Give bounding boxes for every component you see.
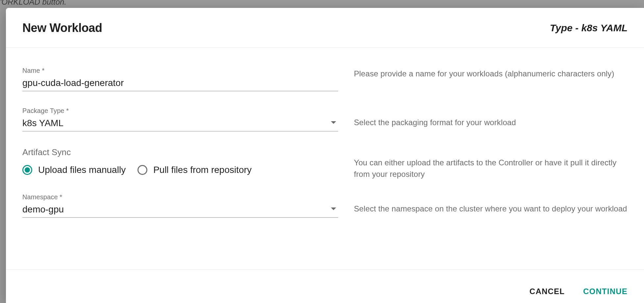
radio-label-upload: Upload files manually xyxy=(38,165,126,175)
radio-upload-manually[interactable]: Upload files manually xyxy=(22,165,126,175)
package-type-helper-text: Select the packaging format for your wor… xyxy=(354,117,628,128)
modal-header: New Workload Type - k8s YAML xyxy=(6,8,644,48)
name-input[interactable] xyxy=(22,76,338,91)
modal-footer: CANCEL CONTINUE xyxy=(6,269,644,303)
namespace-select[interactable]: demo-gpu xyxy=(22,203,338,218)
namespace-helper-text: Select the namespace on the cluster wher… xyxy=(354,203,628,215)
new-workload-modal: New Workload Type - k8s YAML Name * Plea… xyxy=(6,8,644,303)
package-type-select[interactable]: k8s YAML xyxy=(22,117,338,131)
artifact-sync-section-label: Artifact Sync xyxy=(22,147,338,157)
radio-pull-from-repo[interactable]: Pull files from repository xyxy=(137,165,252,175)
field-row-namespace: Namespace * demo-gpu Select the namespac… xyxy=(22,193,628,218)
cancel-button[interactable]: CANCEL xyxy=(528,284,567,299)
modal-body: Name * Please provide a name for your wo… xyxy=(6,48,644,269)
artifact-sync-radio-group: Upload files manually Pull files from re… xyxy=(22,165,338,175)
backdrop-partial-text: 'ORKLOAD button. xyxy=(0,0,66,7)
name-label: Name * xyxy=(22,67,338,74)
modal-type-label: Type - k8s YAML xyxy=(550,22,628,34)
radio-label-pull: Pull files from repository xyxy=(153,165,252,175)
package-type-label: Package Type * xyxy=(22,107,338,115)
name-helper-text: Please provide a name for your workloads… xyxy=(354,68,628,80)
radio-icon-selected xyxy=(22,165,32,175)
field-row-artifact-sync: Artifact Sync Upload files manually Pull… xyxy=(22,147,628,180)
artifact-sync-helper-text: You can either upload the artifacts to t… xyxy=(354,157,628,180)
namespace-label: Namespace * xyxy=(22,193,338,201)
modal-title: New Workload xyxy=(22,21,102,35)
field-row-name: Name * Please provide a name for your wo… xyxy=(22,67,628,91)
radio-icon-unselected xyxy=(137,165,147,175)
field-row-package-type: Package Type * k8s YAML Select the packa… xyxy=(22,107,628,131)
continue-button[interactable]: CONTINUE xyxy=(581,284,630,299)
